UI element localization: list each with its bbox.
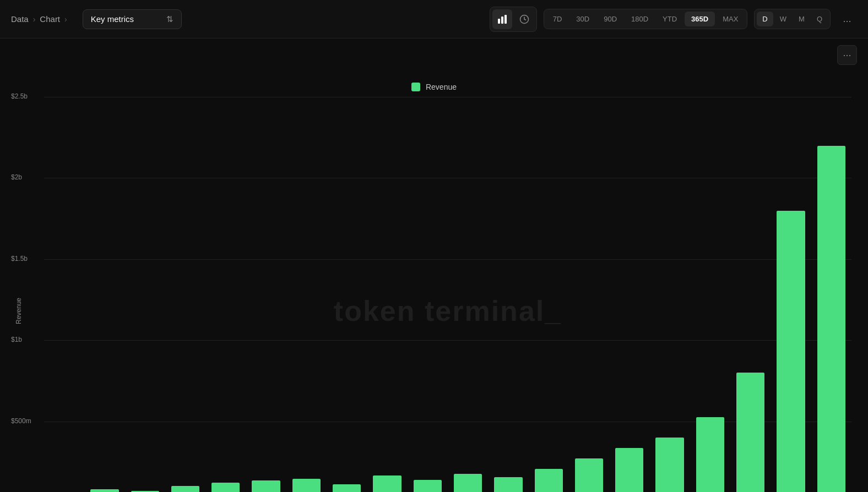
breadcrumb-chart[interactable]: Chart — [40, 14, 60, 24]
svg-rect-0 — [498, 19, 500, 24]
bar-wrapper[interactable] — [84, 97, 124, 492]
bar — [333, 484, 361, 492]
svg-rect-1 — [501, 17, 503, 24]
time-180d[interactable]: 180D — [625, 12, 655, 26]
bar — [90, 489, 118, 492]
chart-type-group — [490, 7, 537, 32]
time-range-group: 7D 30D 90D 180D YTD 365D MAX — [544, 9, 748, 29]
y-tick-3: $1b — [11, 336, 22, 343]
interval-group: D W M Q — [754, 9, 831, 29]
bar — [292, 479, 321, 492]
bar — [817, 146, 845, 492]
time-max[interactable]: MAX — [716, 12, 745, 26]
bar-wrapper[interactable] — [448, 97, 488, 492]
time-90d[interactable]: 90D — [597, 12, 623, 26]
bar-wrapper[interactable] — [730, 97, 771, 492]
svg-rect-2 — [504, 15, 507, 24]
bar-wrapper[interactable] — [205, 97, 246, 492]
bars-area — [44, 97, 851, 492]
breadcrumb: Data › Chart › — [11, 14, 67, 24]
bar — [575, 458, 603, 492]
bar — [171, 486, 199, 492]
bar-wrapper[interactable] — [488, 97, 528, 492]
legend-color-revenue — [411, 83, 420, 91]
interval-m[interactable]: M — [793, 12, 810, 26]
bar-wrapper[interactable] — [44, 97, 84, 492]
bar-wrapper[interactable] — [408, 97, 448, 492]
bar-chart-icon[interactable] — [492, 9, 512, 29]
bar — [696, 417, 724, 492]
chart-main: Revenue token terminal_ $2.5b $2b $1.5b … — [11, 97, 857, 492]
interval-d[interactable]: D — [757, 12, 773, 26]
bar-wrapper[interactable] — [771, 97, 811, 492]
time-30d[interactable]: 30D — [569, 12, 596, 26]
time-365d[interactable]: 365D — [685, 12, 715, 26]
bar — [494, 477, 522, 492]
breadcrumb-sep-1: › — [33, 15, 36, 24]
chart-options-bar: ··· — [0, 39, 868, 72]
time-7d[interactable]: 7D — [546, 12, 569, 26]
bar — [414, 480, 442, 492]
bar-wrapper[interactable] — [327, 97, 367, 492]
y-tick-1: $2b — [11, 173, 22, 181]
bar — [454, 474, 482, 492]
bar-wrapper[interactable] — [286, 97, 327, 492]
bar-wrapper[interactable] — [811, 97, 851, 492]
bar-wrapper[interactable] — [367, 97, 407, 492]
bar-wrapper[interactable] — [246, 97, 286, 492]
history-icon[interactable] — [514, 9, 534, 29]
chart-more-button[interactable]: ··· — [837, 45, 857, 65]
y-tick-0: $2.5b — [11, 92, 28, 100]
bar — [211, 483, 240, 492]
bar-wrapper[interactable] — [690, 97, 730, 492]
bar-wrapper[interactable] — [529, 97, 569, 492]
interval-w[interactable]: W — [774, 12, 792, 26]
more-options-button[interactable]: ... — [837, 9, 857, 29]
bar — [736, 373, 764, 492]
chart-container: Revenue Revenue token terminal_ $2.5b $2… — [0, 72, 868, 492]
breadcrumb-sep-2: › — [64, 15, 67, 24]
y-axis-label: Revenue — [15, 298, 23, 324]
bar-wrapper[interactable] — [165, 97, 205, 492]
chevron-icon: ⇅ — [166, 14, 173, 24]
bar-wrapper[interactable] — [125, 97, 165, 492]
dropdown-label: Key metrics — [91, 14, 134, 24]
bar-wrapper[interactable] — [649, 97, 690, 492]
bar — [252, 480, 280, 492]
breadcrumb-data[interactable]: Data — [11, 14, 29, 24]
bar-wrapper[interactable] — [569, 97, 609, 492]
key-metrics-dropdown[interactable]: Key metrics ⇅ — [83, 9, 182, 29]
y-tick-2: $1.5b — [11, 255, 28, 263]
bar — [373, 475, 401, 492]
bar — [777, 211, 805, 492]
interval-q[interactable]: Q — [811, 12, 828, 26]
bar — [535, 469, 563, 492]
chart-inner: token terminal_ $2.5b $2b $1.5b $1b $500… — [44, 97, 851, 492]
y-tick-4: $500m — [11, 417, 31, 425]
bar — [615, 448, 643, 492]
top-bar: Data › Chart › Key metrics ⇅ 7D 30D 90D … — [0, 0, 868, 39]
time-ytd[interactable]: YTD — [656, 12, 683, 26]
bar — [655, 438, 683, 492]
bar-wrapper[interactable] — [609, 97, 649, 492]
chart-legend: Revenue — [11, 83, 857, 91]
legend-label-revenue: Revenue — [426, 83, 457, 91]
